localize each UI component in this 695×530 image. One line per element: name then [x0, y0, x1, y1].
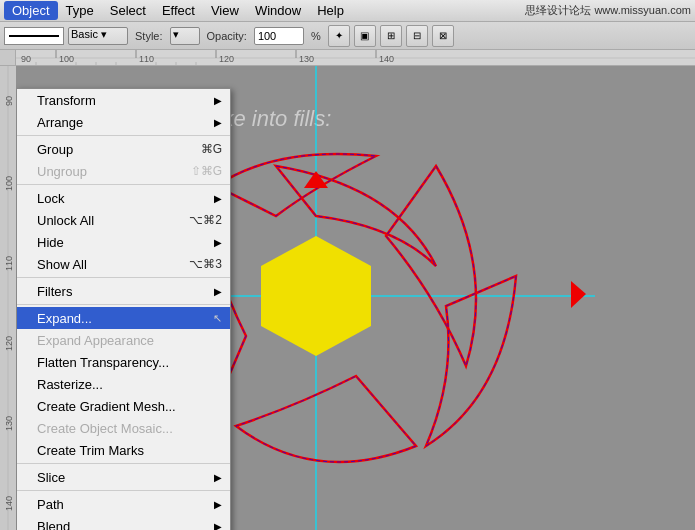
menu-item-blend[interactable]: Blend ▶ [17, 515, 230, 530]
separator-2 [17, 184, 230, 185]
opacity-label: Opacity: [204, 30, 250, 42]
horizontal-ruler: 90 100 110 120 130 140 [16, 50, 695, 66]
canvas-area: Convert the stroke into fills: Object > … [16, 66, 695, 530]
arrow-icon: ▶ [214, 472, 222, 483]
style-select[interactable]: ▾ [170, 27, 200, 45]
svg-text:100: 100 [4, 176, 14, 191]
menu-help[interactable]: Help [309, 1, 352, 20]
cursor-indicator: ↖ [213, 312, 222, 325]
svg-text:140: 140 [379, 54, 394, 64]
toolbar-btn-4[interactable]: ⊟ [406, 25, 428, 47]
menu-item-show-all[interactable]: Show All ⌥⌘3 [17, 253, 230, 275]
svg-text:100: 100 [59, 54, 74, 64]
menu-item-group[interactable]: Group ⌘G [17, 138, 230, 160]
toolbar-btn-5[interactable]: ⊠ [432, 25, 454, 47]
menu-item-trim-marks[interactable]: Create Trim Marks [17, 439, 230, 461]
object-dropdown-menu[interactable]: Transform ▶ Arrange ▶ Group ⌘G Ungroup ⇧… [16, 88, 231, 530]
menu-item-filters[interactable]: Filters ▶ [17, 280, 230, 302]
stroke-preview [4, 27, 64, 45]
menu-item-transform[interactable]: Transform ▶ [17, 89, 230, 111]
brand-text: 思绎设计论坛 www.missyuan.com [525, 3, 691, 18]
percent-label: % [308, 30, 324, 42]
svg-text:140: 140 [4, 496, 14, 511]
separator-6 [17, 490, 230, 491]
menu-item-unlock-all[interactable]: Unlock All ⌥⌘2 [17, 209, 230, 231]
style-label: Style: [132, 30, 166, 42]
arrow-icon: ▶ [214, 286, 222, 297]
menu-item-arrange[interactable]: Arrange ▶ [17, 111, 230, 133]
menu-object[interactable]: Object [4, 1, 58, 20]
menu-view[interactable]: View [203, 1, 247, 20]
arrow-icon: ▶ [214, 521, 222, 531]
menu-type[interactable]: Type [58, 1, 102, 20]
basic-select[interactable]: Basic ▾ [68, 27, 128, 45]
opacity-input[interactable]: 100 [254, 27, 304, 45]
menu-item-lock[interactable]: Lock ▶ [17, 187, 230, 209]
menu-select[interactable]: Select [102, 1, 154, 20]
menu-item-slice[interactable]: Slice ▶ [17, 466, 230, 488]
toolbar-btn-2[interactable]: ▣ [354, 25, 376, 47]
menu-window[interactable]: Window [247, 1, 309, 20]
arrow-icon: ▶ [214, 95, 222, 106]
menu-item-rasterize[interactable]: Rasterize... [17, 373, 230, 395]
arrow-icon: ▶ [214, 237, 222, 248]
svg-text:120: 120 [4, 336, 14, 351]
svg-text:90: 90 [4, 96, 14, 106]
svg-text:120: 120 [219, 54, 234, 64]
menu-item-object-mosaic[interactable]: Create Object Mosaic... [17, 417, 230, 439]
separator-3 [17, 277, 230, 278]
left-ruler: 90 100 110 120 130 140 [0, 66, 16, 530]
svg-text:110: 110 [4, 256, 14, 271]
main-toolbar: Basic ▾ Style: ▾ Opacity: 100 % ✦ ▣ ⊞ ⊟ … [0, 22, 695, 50]
menu-item-flatten[interactable]: Flatten Transparency... [17, 351, 230, 373]
svg-marker-30 [261, 236, 371, 356]
menu-item-hide[interactable]: Hide ▶ [17, 231, 230, 253]
menu-effect[interactable]: Effect [154, 1, 203, 20]
svg-text:90: 90 [21, 54, 31, 64]
menu-bar: Object Type Select Effect View Window He… [0, 0, 695, 22]
svg-text:110: 110 [139, 54, 154, 64]
separator-1 [17, 135, 230, 136]
separator-5 [17, 463, 230, 464]
menu-item-path[interactable]: Path ▶ [17, 493, 230, 515]
separator-4 [17, 304, 230, 305]
arrow-icon: ▶ [214, 499, 222, 510]
menu-item-gradient-mesh[interactable]: Create Gradient Mesh... [17, 395, 230, 417]
menu-item-expand-appearance[interactable]: Expand Appearance [17, 329, 230, 351]
arrow-icon: ▶ [214, 193, 222, 204]
toolbar-btn-1[interactable]: ✦ [328, 25, 350, 47]
menu-item-expand[interactable]: Expand... ↖ [17, 307, 230, 329]
arrow-icon: ▶ [214, 117, 222, 128]
main-area: 90 100 110 120 130 140 Convert the strok… [0, 66, 695, 530]
toolbar-btn-3[interactable]: ⊞ [380, 25, 402, 47]
svg-text:130: 130 [299, 54, 314, 64]
svg-marker-31 [571, 281, 586, 308]
svg-text:130: 130 [4, 416, 14, 431]
menu-item-ungroup[interactable]: Ungroup ⇧⌘G [17, 160, 230, 182]
stroke-line [9, 35, 59, 37]
